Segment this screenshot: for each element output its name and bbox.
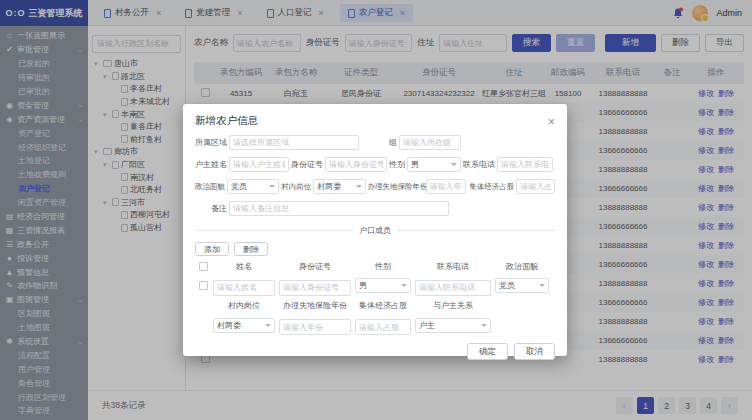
add-farmer-modal: 新增农户信息 × 所属区域 组 户主姓名 身份证号 性别 男 联系电话 政治面貌… xyxy=(183,104,567,356)
head-name-label: 户主姓名 xyxy=(195,159,227,170)
chevron-down-icon xyxy=(451,163,457,166)
member-col-gender: 性别 xyxy=(353,261,413,272)
chevron-down-icon xyxy=(539,284,545,287)
app-window: 村务公开×党建管理×人口登记×农户登记× Admin O:O 三资管理系统 ⌂一… xyxy=(0,0,752,420)
group-input[interactable] xyxy=(399,135,461,150)
chevron-down-icon xyxy=(401,284,407,287)
phone-input[interactable] xyxy=(497,157,553,172)
member-relation-value: 户主 xyxy=(419,320,435,331)
political-value: 党员 xyxy=(231,181,247,192)
insurance-year-input[interactable] xyxy=(426,179,467,194)
village-post-label: 村内岗位 xyxy=(281,182,311,192)
member-row-2: 村两委 户主 xyxy=(195,316,555,336)
share-label: 集体经济占股 xyxy=(468,182,514,192)
remark-label: 备注 xyxy=(195,203,227,214)
member-table-header: 姓名 身份证号 性别 联系电话 政治面貌 xyxy=(195,261,555,271)
member-table-header-2: 村内岗位 办理失地保险年份 集体经济占股 与户主关系 xyxy=(195,301,555,311)
member-add-button[interactable]: 添加 xyxy=(195,242,229,256)
gender-value: 男 xyxy=(411,159,419,170)
member-phone-input[interactable] xyxy=(415,280,491,296)
member-political-value: 党员 xyxy=(499,280,515,291)
confirm-button[interactable]: 确定 xyxy=(467,343,508,360)
political-select[interactable]: 党员 xyxy=(227,179,279,194)
member-post-select[interactable]: 村两委 xyxy=(213,318,275,333)
close-icon[interactable]: × xyxy=(547,115,555,128)
member-col-phone: 联系电话 xyxy=(413,261,493,272)
member-col-insurance: 办理失地保险年份 xyxy=(277,300,353,311)
id-input[interactable] xyxy=(325,157,387,172)
chevron-down-icon xyxy=(481,324,487,327)
member-gender-value: 男 xyxy=(359,280,367,291)
village-post-select[interactable]: 村两委 xyxy=(313,179,365,194)
member-row: 男 党员 xyxy=(195,276,555,296)
members-section-divider: 户口成员 xyxy=(195,225,555,236)
phone-label: 联系电话 xyxy=(463,159,495,170)
member-col-name: 姓名 xyxy=(211,261,277,272)
members-section-title: 户口成员 xyxy=(359,225,391,236)
member-row-checkbox[interactable] xyxy=(199,281,208,290)
member-relation-select[interactable]: 户主 xyxy=(415,318,491,333)
gender-label: 性别 xyxy=(389,159,405,170)
member-col-political: 政治面貌 xyxy=(493,261,551,272)
member-political-select[interactable]: 党员 xyxy=(495,278,549,293)
chevron-down-icon xyxy=(356,185,362,188)
modal-title: 新增农户信息 xyxy=(195,114,258,128)
gender-select[interactable]: 男 xyxy=(407,157,461,172)
member-gender-select[interactable]: 男 xyxy=(355,278,411,293)
member-col-post: 村内岗位 xyxy=(211,300,277,311)
chevron-down-icon xyxy=(269,185,275,188)
id-label: 身份证号 xyxy=(291,159,323,170)
member-col-share: 集体经济占股 xyxy=(353,300,413,311)
insurance-label: 办理失地保险年份 xyxy=(368,182,424,192)
member-post-value: 村两委 xyxy=(217,320,241,331)
member-share-input[interactable] xyxy=(355,319,411,335)
member-id-input[interactable] xyxy=(279,280,351,296)
region-label: 所属区域 xyxy=(195,137,227,148)
share-input[interactable] xyxy=(516,179,555,194)
member-col-id: 身份证号 xyxy=(277,261,353,272)
remark-input[interactable] xyxy=(229,201,449,216)
cancel-button[interactable]: 取消 xyxy=(514,343,555,360)
village-post-value: 村两委 xyxy=(317,181,341,192)
member-name-input[interactable] xyxy=(213,280,275,296)
chevron-down-icon xyxy=(265,324,271,327)
member-col-relation: 与户主关系 xyxy=(413,300,493,311)
group-label: 组 xyxy=(385,137,397,148)
member-header-checkbox[interactable] xyxy=(199,262,208,271)
member-insurance-input[interactable] xyxy=(279,319,351,335)
member-delete-button[interactable]: 删除 xyxy=(234,242,268,256)
head-name-input[interactable] xyxy=(229,157,289,172)
region-select-input[interactable] xyxy=(229,135,359,150)
political-label: 政治面貌 xyxy=(195,182,225,192)
